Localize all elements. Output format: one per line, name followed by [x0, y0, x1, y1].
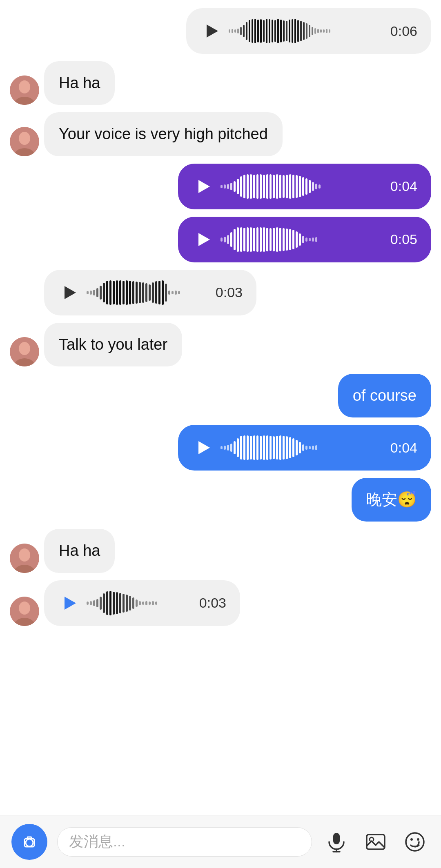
svg-point-15	[19, 548, 30, 562]
svg-rect-26	[367, 835, 385, 849]
waveform	[220, 227, 383, 252]
waveform	[229, 19, 383, 43]
audio-duration: 0:04	[390, 440, 417, 456]
message-text: of course	[353, 387, 416, 404]
text-message: Ha ha	[44, 529, 115, 573]
svg-point-28	[406, 833, 424, 851]
play-button[interactable]	[192, 176, 213, 197]
play-button[interactable]	[58, 593, 79, 614]
audio-message[interactable]: 0:03	[44, 270, 256, 315]
svg-marker-9	[65, 286, 76, 299]
message-row: 0:04	[10, 425, 431, 471]
audio-message[interactable]: 0:04	[178, 425, 431, 471]
audio-message[interactable]: 0:06	[186, 8, 431, 54]
svg-point-30	[417, 838, 419, 841]
svg-point-2	[19, 80, 30, 93]
camera-button[interactable]	[11, 824, 47, 860]
text-message: 晚安😴	[352, 478, 431, 522]
bottom-bar: 发消息...	[0, 815, 441, 868]
svg-rect-23	[333, 833, 340, 844]
message-text: Ha ha	[59, 542, 100, 559]
audio-duration: 0:03	[216, 284, 243, 300]
play-button[interactable]	[58, 282, 79, 303]
avatar	[10, 127, 39, 156]
audio-message[interactable]: 0:05	[178, 217, 431, 262]
message-row: Talk to you later	[10, 323, 431, 366]
svg-point-11	[19, 342, 30, 355]
waveform	[87, 280, 208, 305]
play-button[interactable]	[192, 229, 213, 250]
microphone-button[interactable]	[322, 827, 351, 857]
message-row: Your voice is very high pitched	[10, 112, 431, 156]
svg-marker-13	[198, 441, 210, 454]
message-row: 0:04	[10, 164, 431, 209]
message-text: Talk to you later	[59, 336, 167, 353]
audio-duration: 0:05	[390, 231, 417, 247]
avatar	[10, 337, 39, 366]
message-input-area[interactable]: 发消息...	[57, 827, 312, 857]
waveform	[220, 174, 383, 199]
audio-duration: 0:04	[390, 178, 417, 194]
svg-marker-20	[65, 597, 76, 610]
message-row: of course	[10, 374, 431, 417]
audio-message[interactable]: 0:04	[178, 164, 431, 209]
message-text: Ha ha	[59, 74, 100, 91]
avatar	[10, 75, 39, 105]
audio-duration: 0:03	[199, 595, 226, 611]
text-message: Your voice is very high pitched	[44, 112, 283, 156]
svg-point-29	[410, 838, 413, 841]
message-placeholder: 发消息...	[69, 832, 125, 852]
message-row: 0:05	[10, 217, 431, 262]
svg-point-21	[26, 839, 33, 846]
message-text: 晚安😴	[366, 491, 416, 508]
sticker-button[interactable]	[400, 827, 430, 857]
play-button[interactable]	[192, 437, 213, 458]
svg-marker-8	[198, 233, 210, 246]
audio-message[interactable]: 0:03	[44, 580, 240, 626]
svg-marker-7	[198, 180, 210, 193]
message-row: 0:03	[10, 270, 431, 315]
waveform	[220, 435, 383, 460]
chat-area: 0:06 Ha ha Your voice is very high pitch…	[0, 0, 441, 815]
message-row: 0:03	[10, 580, 431, 626]
svg-point-18	[19, 602, 30, 615]
message-row: Ha ha	[10, 61, 431, 105]
avatar	[10, 544, 39, 573]
message-text: Your voice is very high pitched	[59, 125, 268, 142]
text-message: Ha ha	[44, 61, 115, 105]
waveform	[87, 591, 192, 615]
message-row: 晚安😴	[10, 478, 431, 522]
svg-point-5	[19, 132, 30, 145]
svg-marker-0	[207, 24, 218, 38]
image-button[interactable]	[361, 827, 390, 857]
play-button[interactable]	[200, 20, 221, 42]
text-message: Talk to you later	[44, 323, 182, 366]
text-message: of course	[338, 374, 431, 417]
audio-duration: 0:06	[390, 23, 417, 39]
message-row: 0:06	[10, 8, 431, 54]
avatar	[10, 597, 39, 626]
message-row: Ha ha	[10, 529, 431, 573]
